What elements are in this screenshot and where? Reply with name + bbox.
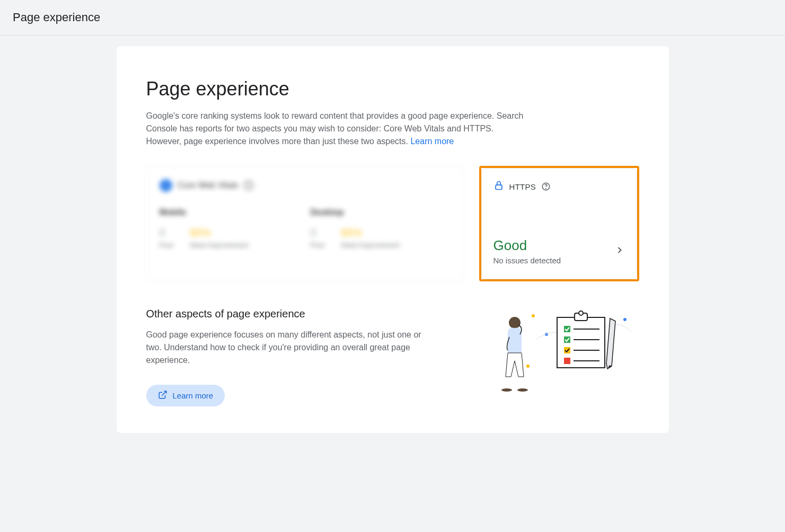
cwv-mobile-label: Mobile — [160, 208, 300, 217]
svg-point-6 — [623, 318, 627, 321]
cwv-mobile-values: 0 Poor 80% Need Improvement — [160, 227, 300, 249]
cwv-desktop-ni-value: 80% — [341, 227, 400, 239]
checklist-illustration — [496, 308, 639, 393]
svg-point-19 — [501, 388, 512, 392]
svg-rect-12 — [564, 336, 570, 343]
https-card[interactable]: HTTPS Good No issues detected — [481, 168, 637, 279]
header-title: Page experience — [13, 11, 772, 24]
learn-more-button-label: Learn more — [173, 391, 214, 400]
cwv-desktop-poor-value: 0 — [311, 227, 325, 239]
svg-rect-10 — [564, 326, 570, 332]
lock-icon — [493, 180, 504, 193]
https-body: Good No issues detected — [493, 237, 625, 265]
https-status-value: Good — [493, 237, 561, 254]
cwv-mobile-ni-value: 80% — [190, 227, 249, 239]
https-title: HTTPS — [509, 182, 536, 191]
cwv-desktop-poor-label: Poor — [311, 241, 325, 249]
https-header: HTTPS — [493, 180, 625, 193]
https-highlight-frame: HTTPS Good No issues detected — [479, 166, 639, 281]
svg-point-5 — [526, 365, 530, 368]
svg-rect-14 — [564, 347, 570, 353]
svg-point-3 — [532, 314, 535, 317]
help-icon[interactable]: ? — [244, 181, 253, 190]
other-description: Good page experience focuses on many dif… — [146, 329, 433, 367]
cwv-desktop-col: Desktop 0 Poor 80% Need Improvement — [311, 208, 451, 249]
svg-point-9 — [579, 311, 583, 315]
cwv-icon — [160, 179, 172, 192]
other-text: Other aspects of page experience Good pa… — [146, 308, 475, 406]
cwv-desktop-label: Desktop — [311, 208, 451, 217]
cwv-desktop-values: 0 Poor 80% Need Improvement — [311, 227, 451, 249]
https-status: Good No issues detected — [493, 237, 561, 265]
cwv-mobile-poor-value: 0 — [160, 227, 174, 239]
cwv-mobile-col: Mobile 0 Poor 80% Need Improvement — [160, 208, 300, 249]
external-link-icon — [158, 390, 167, 401]
help-icon[interactable] — [541, 182, 551, 191]
chevron-right-icon — [614, 245, 625, 258]
cwv-mobile-poor-label: Poor — [160, 241, 174, 249]
learn-more-link[interactable]: Learn more — [410, 137, 454, 146]
https-status-sub: No issues detected — [493, 256, 561, 265]
learn-more-button[interactable]: Learn more — [146, 385, 225, 406]
core-web-vitals-card[interactable]: Core Web Vitals ? Mobile 0 Poor 80% Need… — [146, 166, 464, 281]
cwv-title: Core Web Vitals — [178, 181, 239, 190]
header-bar: Page experience — [0, 0, 785, 36]
svg-point-18 — [509, 317, 521, 329]
cwv-columns: Mobile 0 Poor 80% Need Improvement Deskt… — [160, 208, 451, 249]
svg-point-20 — [517, 388, 528, 392]
svg-rect-16 — [564, 358, 570, 364]
svg-rect-0 — [496, 185, 502, 189]
other-title: Other aspects of page experience — [146, 308, 475, 320]
main-card: Page experience Google's core ranking sy… — [117, 46, 669, 433]
page-title: Page experience — [146, 78, 639, 100]
cards-row: Core Web Vitals ? Mobile 0 Poor 80% Need… — [146, 166, 639, 281]
cwv-header: Core Web Vitals ? — [160, 179, 451, 192]
cwv-desktop-ni-label: Need Improvement — [341, 241, 400, 249]
other-aspects-section: Other aspects of page experience Good pa… — [146, 308, 639, 406]
svg-point-2 — [546, 188, 546, 189]
page-description: Google's core ranking systems look to re… — [146, 110, 528, 148]
cwv-mobile-ni-label: Need Improvement — [190, 241, 249, 249]
page-description-text: Google's core ranking systems look to re… — [146, 111, 524, 146]
